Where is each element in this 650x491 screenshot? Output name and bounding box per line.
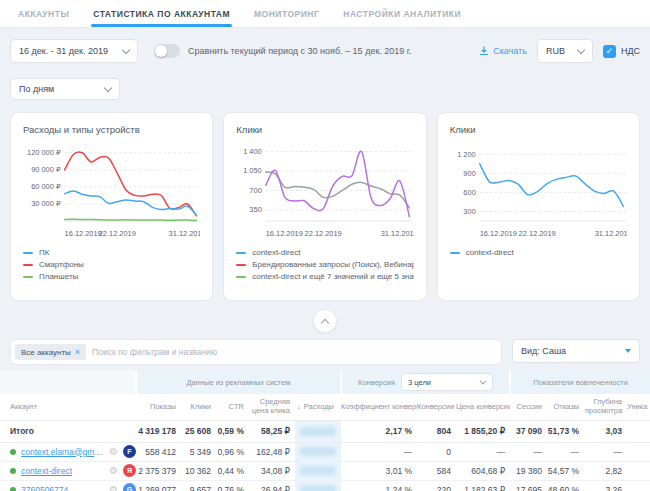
search-input[interactable] — [92, 347, 497, 357]
account-link[interactable]: context.elama@gmail.com — [21, 447, 104, 457]
group-ad-systems: Данные из рекламных систем — [136, 370, 341, 394]
account-link[interactable]: 3760506774 — [21, 485, 68, 491]
cell-unique — [627, 461, 650, 480]
svg-text:1 050: 1 050 — [244, 166, 263, 175]
chart-card-clicks-campaigns: Клики 1 4001 05070035016.12.201922.12.20… — [223, 112, 426, 301]
legend-item[interactable]: Смартфоны — [23, 260, 200, 269]
svg-text:16.12.2019: 16.12.2019 — [266, 229, 303, 238]
col-cpa[interactable]: Цена конверсии — [456, 394, 510, 420]
cell-sessions: 17 695 — [510, 480, 547, 491]
cell-bounce: — — [547, 442, 584, 461]
vat-control: ✓ НДС — [603, 45, 640, 58]
filter-tag-label: Все аккаунты — [21, 348, 71, 357]
blurred-value — [300, 427, 336, 436]
legend-dash-icon — [236, 252, 246, 254]
legend-dash-icon — [450, 252, 460, 254]
compare-label: Сравнить текущий период с 30 нояб. – 15 … — [188, 46, 412, 56]
gear-icon[interactable]: ⚙ — [109, 446, 118, 457]
vat-label: НДС — [621, 46, 640, 56]
legend-item[interactable]: context-direct и ещё 7 значений и еще 5 … — [236, 272, 413, 281]
cell-clicks: 9 657 — [181, 480, 216, 491]
gear-icon[interactable]: ⚙ — [109, 465, 118, 476]
caret-down-icon — [625, 349, 631, 353]
tab-monitoring[interactable]: МОНИТОРИНГ — [242, 0, 331, 27]
col-unique-truncated[interactable]: Уника — [627, 394, 650, 420]
svg-text:31.12.2019: 31.12.2019 — [381, 229, 414, 238]
remove-tag-icon[interactable]: × — [75, 347, 80, 357]
line-chart-clicks-account: 1 20090060030016.12.201922.12.201931.12.… — [450, 141, 627, 241]
granularity-select[interactable]: По дням — [10, 78, 120, 100]
col-conversions[interactable]: Конверсии — [417, 394, 456, 420]
cell-conv-rate: 2,17 % — [341, 420, 417, 442]
search-box[interactable]: Все аккаунты × — [10, 339, 502, 365]
legend-item[interactable]: context-direct — [236, 248, 413, 257]
cell-bounce: 48,60 % — [547, 480, 584, 491]
legend-label: ПК — [39, 248, 49, 257]
cell-depth: — — [584, 442, 627, 461]
svg-text:22.12.2019: 22.12.2019 — [518, 229, 555, 238]
legend-item[interactable]: Планшеты — [23, 272, 200, 281]
cell-unique — [627, 442, 650, 461]
compare-toggle[interactable] — [154, 44, 180, 58]
group-engagement: Показатели вовлеченности — [510, 370, 650, 394]
currency-select[interactable]: RUB — [537, 39, 593, 63]
chart-title: Клики — [450, 124, 627, 135]
legend-dash-icon — [236, 276, 246, 278]
col-clicks[interactable]: Клики — [181, 394, 216, 420]
account-link[interactable]: context-direct — [21, 466, 72, 476]
collapse-wrap — [0, 309, 650, 333]
cell-costs-blurred — [295, 461, 341, 480]
cell-bounce: 51,73 % — [547, 420, 584, 442]
col-bounce[interactable]: Отказы — [547, 394, 584, 420]
top-nav: АККАУНТЫ СТАТИСТИКА ПО АККАУНТАМ МОНИТОР… — [0, 0, 650, 28]
goals-value: 3 цели — [408, 378, 431, 387]
gear-icon[interactable]: ⚙ — [109, 484, 118, 491]
cell-impressions: 558 412 — [136, 442, 181, 461]
cell-bounce: 54,57 % — [547, 461, 584, 480]
svg-text:60 000 ₽: 60 000 ₽ — [31, 182, 61, 191]
cell-sessions: 19 380 — [510, 461, 547, 480]
goals-select[interactable]: 3 цели — [401, 373, 493, 391]
tab-analytics-settings[interactable]: НАСТРОЙКИ АНАЛИТИКИ — [331, 0, 473, 27]
svg-text:900: 900 — [463, 169, 475, 178]
tab-accounts[interactable]: АККАУНТЫ — [6, 0, 81, 27]
filter-tag-all-accounts[interactable]: Все аккаунты × — [15, 344, 86, 360]
col-depth[interactable]: Глубина просмотра — [584, 394, 627, 420]
col-impressions[interactable]: Показы — [136, 394, 181, 420]
col-avg-cpc[interactable]: Средняя цена клика — [249, 394, 295, 420]
svg-text:16.12.2019: 16.12.2019 — [65, 229, 102, 238]
svg-text:22.12.2019: 22.12.2019 — [99, 229, 136, 238]
col-conv-rate[interactable]: Коэффициент конверсии — [341, 394, 417, 420]
col-sessions[interactable]: Сессии — [510, 394, 547, 420]
blurred-value — [300, 466, 336, 475]
total-label: Итого — [0, 420, 136, 442]
collapse-charts-button[interactable] — [313, 309, 337, 333]
legend-label: context-direct — [252, 248, 300, 257]
vat-checkbox[interactable]: ✓ — [603, 45, 616, 58]
account-cell: 3760506774 ⚙ G — [0, 480, 136, 491]
date-range-select[interactable]: 16 дек. - 31 дек. 2019 — [10, 39, 138, 63]
granularity-row: По дням — [10, 78, 640, 100]
legend-item[interactable]: ПК — [23, 248, 200, 257]
status-dot — [10, 468, 16, 474]
legend-item[interactable]: context-direct — [450, 248, 627, 257]
download-icon — [479, 46, 489, 56]
col-ctr[interactable]: CTR — [216, 394, 249, 420]
chevron-down-icon — [480, 378, 487, 385]
cell-unique — [627, 480, 650, 491]
cell-ctr: 0,44 % — [216, 461, 249, 480]
col-account[interactable]: Аккаунт — [0, 394, 136, 420]
svg-text:120 000 ₽: 120 000 ₽ — [27, 148, 61, 157]
legend-item[interactable]: Брендированные запросы (Поиск), Вебинар … — [236, 260, 413, 269]
network-badge-google: G — [123, 483, 136, 491]
cell-sessions: — — [510, 442, 547, 461]
cell-conversions: 804 — [417, 420, 456, 442]
download-button[interactable]: Скачать — [479, 46, 527, 56]
view-select[interactable]: Вид: Саша — [512, 339, 640, 363]
cell-costs-blurred — [295, 420, 341, 442]
tab-account-stats[interactable]: СТАТИСТИКА ПО АККАУНТАМ — [81, 0, 242, 27]
account-cell: context-direct ⚙ Я — [0, 461, 136, 480]
svg-text:1 400: 1 400 — [244, 147, 263, 156]
col-costs-sorted[interactable]: ↓ Расходы — [295, 394, 341, 420]
line-chart-clicks-campaigns: 1 4001 05070035016.12.201922.12.201931.1… — [236, 141, 413, 241]
